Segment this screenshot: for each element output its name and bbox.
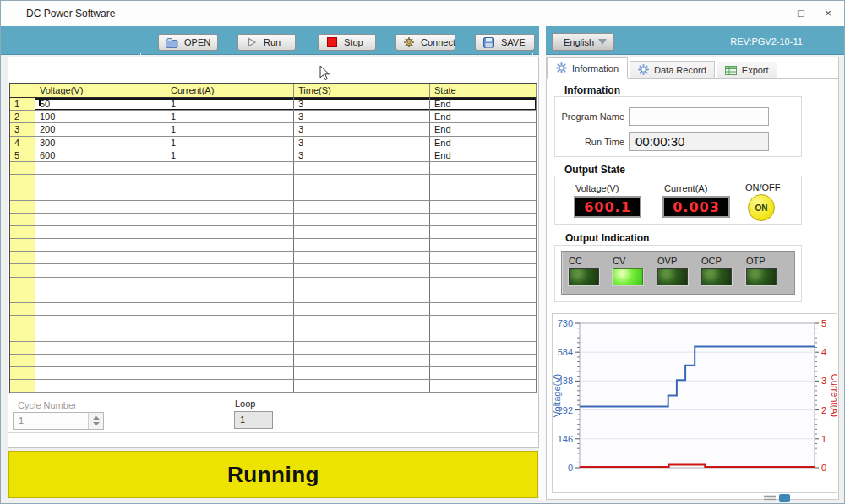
- on-off-button[interactable]: ON: [748, 194, 775, 221]
- tab-data-record[interactable]: Data Record: [630, 61, 715, 79]
- row-number-cell[interactable]: [10, 252, 35, 264]
- row-number-cell[interactable]: [10, 187, 35, 200]
- table-cell[interactable]: 3: [294, 149, 430, 162]
- stepper-buttons[interactable]: [88, 413, 103, 429]
- run-button[interactable]: Run: [237, 34, 296, 51]
- table-cell[interactable]: 300: [35, 137, 166, 149]
- table-cell[interactable]: [166, 175, 294, 187]
- table-cell[interactable]: [294, 226, 430, 239]
- table-cell[interactable]: 1: [166, 123, 294, 136]
- table-cell[interactable]: [294, 278, 430, 290]
- table-cell[interactable]: 1: [166, 137, 294, 149]
- table-cell[interactable]: [166, 342, 294, 355]
- table-cell[interactable]: [35, 162, 166, 175]
- table-cell[interactable]: [430, 187, 537, 200]
- table-cell[interactable]: [430, 239, 537, 252]
- row-number-cell[interactable]: 5: [10, 149, 35, 162]
- row-number-cell[interactable]: [10, 214, 35, 226]
- maximize-button[interactable]: □: [788, 1, 815, 26]
- table-cell[interactable]: [294, 355, 430, 367]
- table-cell[interactable]: [166, 201, 294, 214]
- table-cell[interactable]: [35, 264, 166, 277]
- table-cell[interactable]: [294, 290, 430, 303]
- table-cell[interactable]: [35, 187, 166, 200]
- program-name-field[interactable]: [629, 107, 769, 126]
- table-cell[interactable]: [35, 175, 166, 187]
- tab-information[interactable]: Information: [547, 57, 628, 79]
- table-cell[interactable]: [35, 367, 166, 380]
- table-cell[interactable]: 3: [294, 137, 430, 149]
- row-number-cell[interactable]: [10, 290, 35, 303]
- table-cell[interactable]: [166, 278, 294, 290]
- table-cell[interactable]: End: [430, 123, 537, 136]
- table-cell[interactable]: [166, 264, 294, 277]
- table-cell[interactable]: [35, 278, 166, 290]
- table-cell[interactable]: [35, 303, 166, 316]
- row-number-cell[interactable]: [10, 226, 35, 239]
- table-cell[interactable]: [294, 303, 430, 316]
- open-button[interactable]: OPEN: [158, 34, 218, 51]
- table-cell[interactable]: [294, 367, 430, 380]
- table-cell[interactable]: [35, 214, 166, 226]
- table-cell[interactable]: [430, 264, 537, 277]
- table-cell[interactable]: [35, 342, 166, 355]
- table-cell[interactable]: [430, 328, 537, 341]
- table-cell[interactable]: [430, 252, 537, 264]
- table-cell[interactable]: 50: [35, 98, 166, 111]
- table-cell[interactable]: [430, 175, 537, 187]
- table-cell[interactable]: [166, 239, 294, 252]
- table-cell[interactable]: [430, 290, 537, 303]
- table-cell[interactable]: [35, 316, 166, 328]
- table-cell[interactable]: [35, 252, 166, 264]
- row-number-cell[interactable]: 1: [10, 98, 35, 111]
- table-cell[interactable]: 200: [35, 123, 166, 136]
- row-number-cell[interactable]: [10, 342, 35, 355]
- table-cell[interactable]: [35, 239, 166, 252]
- table-cell[interactable]: [294, 162, 430, 175]
- table-cell[interactable]: [430, 214, 537, 226]
- row-number-cell[interactable]: [10, 239, 35, 252]
- table-cell[interactable]: [166, 355, 294, 367]
- loop-input[interactable]: 1: [234, 411, 273, 429]
- table-cell[interactable]: [35, 226, 166, 239]
- row-number-cell[interactable]: 2: [10, 111, 35, 123]
- table-cell[interactable]: [294, 201, 430, 214]
- table-cell[interactable]: [430, 367, 537, 380]
- row-number-cell[interactable]: [10, 316, 35, 328]
- row-number-cell[interactable]: [10, 201, 35, 214]
- stop-button[interactable]: Stop: [318, 34, 376, 51]
- table-cell[interactable]: [166, 380, 294, 393]
- table-cell[interactable]: [294, 264, 430, 277]
- table-cell[interactable]: [430, 278, 537, 290]
- row-number-cell[interactable]: [10, 367, 35, 380]
- table-cell[interactable]: 3: [294, 98, 430, 111]
- table-cell[interactable]: [166, 187, 294, 200]
- stepper-down-icon[interactable]: [93, 422, 100, 425]
- table-cell[interactable]: 3: [294, 123, 430, 136]
- connect-button[interactable]: Connect: [395, 34, 455, 51]
- table-cell[interactable]: End: [430, 111, 537, 123]
- save-button[interactable]: SAVE: [475, 34, 535, 51]
- table-cell[interactable]: [430, 342, 537, 355]
- table-cell[interactable]: [430, 355, 537, 367]
- table-cell[interactable]: [35, 328, 166, 341]
- table-cell[interactable]: [166, 290, 294, 303]
- table-cell[interactable]: [35, 380, 166, 393]
- table-cell[interactable]: [430, 201, 537, 214]
- table-cell[interactable]: [166, 252, 294, 264]
- table-cell[interactable]: [294, 214, 430, 226]
- table-cell[interactable]: [35, 290, 166, 303]
- row-number-cell[interactable]: [10, 162, 35, 175]
- table-cell[interactable]: [430, 380, 537, 393]
- table-cell[interactable]: 1: [166, 98, 294, 111]
- row-number-cell[interactable]: [10, 175, 35, 187]
- table-cell[interactable]: [294, 328, 430, 341]
- row-number-cell[interactable]: [10, 328, 35, 341]
- table-cell[interactable]: [166, 328, 294, 341]
- stepper-up-icon[interactable]: [93, 416, 100, 420]
- cycle-number-stepper[interactable]: 1: [13, 412, 104, 430]
- close-button[interactable]: ×: [815, 1, 842, 26]
- table-cell[interactable]: [294, 252, 430, 264]
- table-cell[interactable]: [166, 367, 294, 380]
- table-cell[interactable]: [294, 316, 430, 328]
